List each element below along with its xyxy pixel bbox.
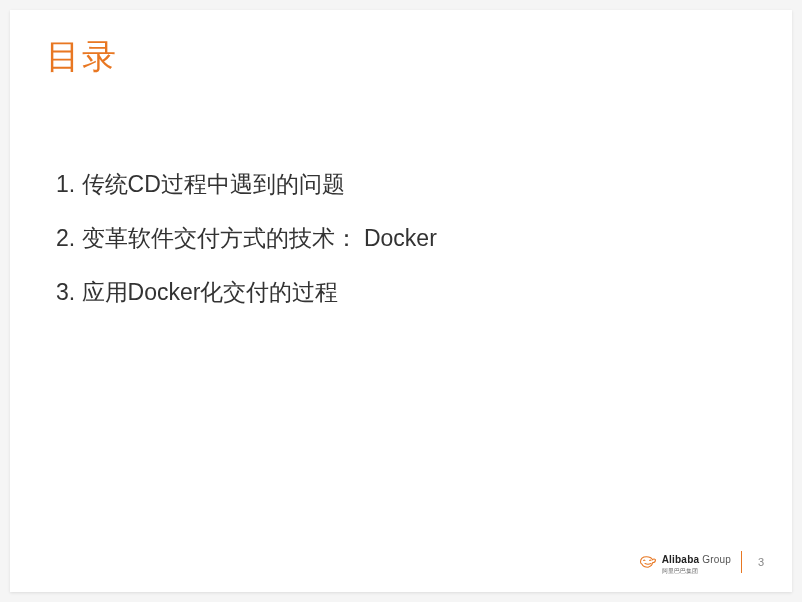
list-item: 1. 传统CD过程中遇到的问题 — [56, 168, 752, 200]
list-item: 2. 变革软件交付方式的技术： Docker — [56, 222, 752, 254]
slide: 目录 1. 传统CD过程中遇到的问题 2. 变革软件交付方式的技术： Docke… — [10, 10, 792, 592]
toc-list: 1. 传统CD过程中遇到的问题 2. 变革软件交付方式的技术： Docker 3… — [56, 168, 752, 331]
alibaba-face-icon — [639, 555, 657, 569]
page-number: 3 — [752, 556, 770, 568]
logo-text-block: Alibaba Group 阿里巴巴集团 — [662, 549, 731, 574]
brand-name-cn: 阿里巴巴集团 — [662, 568, 731, 574]
alibaba-logo: Alibaba Group 阿里巴巴集团 — [639, 549, 731, 574]
slide-title: 目录 — [46, 34, 118, 80]
footer: Alibaba Group 阿里巴巴集团 3 — [639, 549, 770, 574]
list-item: 3. 应用Docker化交付的过程 — [56, 276, 752, 308]
brand-name-en: Alibaba Group — [662, 554, 731, 565]
footer-divider — [741, 551, 742, 573]
